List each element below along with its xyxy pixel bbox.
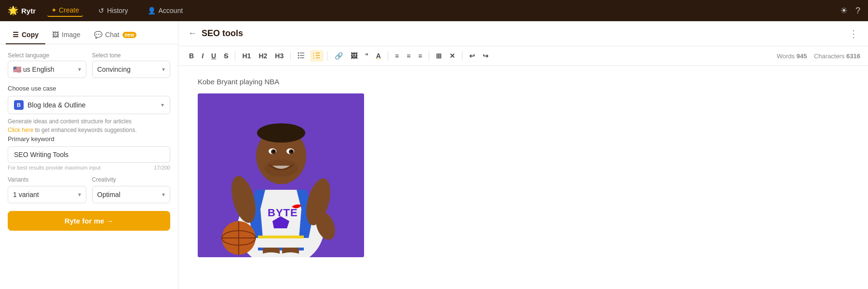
creativity-label: Creativity <box>92 176 171 183</box>
creativity-value: Optimal <box>97 191 121 198</box>
language-tone-row: Select language 🇺🇸 us English ▾ Select t… <box>8 52 170 78</box>
logo-text: Rytr <box>21 7 36 15</box>
toolbar-divider-1 <box>235 51 235 61</box>
tab-copy[interactable]: ☰ Copy <box>6 26 45 44</box>
quote-icon: " <box>365 52 368 60</box>
clear-format-icon: ✕ <box>449 52 455 60</box>
header-left: ← SEO tools <box>188 28 243 39</box>
nav-account[interactable]: 👤 Account <box>144 5 187 16</box>
tone-value: Convincing <box>97 66 131 73</box>
variants-creativity-row: Variants 1 variant ▾ Creativity Optimal … <box>8 176 170 203</box>
creativity-group: Creativity Optimal ▾ <box>92 176 171 203</box>
h3-icon: H3 <box>275 52 284 60</box>
keyword-section: Primary keyword For best results provide… <box>8 135 170 171</box>
bold-button[interactable]: B <box>186 51 197 61</box>
italic-button[interactable]: I <box>199 51 206 61</box>
align-center-button[interactable]: ≡ <box>404 51 413 61</box>
image-toolbar-icon: 🖼 <box>351 52 357 60</box>
top-navigation: 🌟 Rytr ✦ Create ↺ History 👤 Account ☀ ? <box>0 0 868 21</box>
logo[interactable]: 🌟 Rytr <box>8 5 36 16</box>
keyword-label: Primary keyword <box>8 135 170 143</box>
sidebar-tabs: ☰ Copy 🖼 Image 💬 Chat new <box>0 21 178 44</box>
sidebar-content: Select language 🇺🇸 us English ▾ Select t… <box>0 44 178 289</box>
ol-icon: 1.2.3. <box>313 53 321 60</box>
strikethrough-icon: S <box>224 52 228 60</box>
quote-button[interactable]: " <box>362 51 371 61</box>
link-button[interactable]: 🔗 <box>332 51 346 61</box>
variants-label: Variants <box>8 176 86 183</box>
variants-select[interactable]: 1 variant ▾ <box>8 186 86 203</box>
language-group: Select language 🇺🇸 us English ▾ <box>8 52 86 78</box>
ryte-button[interactable]: Ryte for me → <box>8 211 170 231</box>
svg-point-37 <box>264 159 298 177</box>
svg-point-3 <box>298 55 299 56</box>
use-case-value: Blog Idea & Outline <box>27 101 86 109</box>
use-case-select[interactable]: B Blog Idea & Outline ▾ <box>8 96 170 114</box>
create-label: ✦ Create <box>51 6 79 14</box>
ol-button[interactable]: 1.2.3. <box>310 50 324 62</box>
underline-button[interactable]: U <box>208 51 219 61</box>
undo-button[interactable]: ↩ <box>466 51 478 61</box>
editor-area[interactable]: Kobe Bryant playing NBA BYTE <box>178 66 868 289</box>
use-case-section: Choose use case B Blog Idea & Outline ▾ … <box>8 85 170 133</box>
word-count: Words 945 Characters 6316 <box>777 53 860 60</box>
use-case-click-hint: Click here to get enhanced keywords sugg… <box>8 127 170 133</box>
svg-point-35 <box>273 150 275 152</box>
nav-history[interactable]: ↺ History <box>95 5 132 16</box>
nav-right-controls: ☀ ? <box>840 5 860 16</box>
image-label: Image <box>62 31 81 39</box>
variants-chevron-icon: ▾ <box>78 191 81 198</box>
click-suffix: to get enhanced keywords suggestions. <box>35 127 137 133</box>
back-button[interactable]: ← <box>188 28 197 39</box>
align-right-button[interactable]: ≡ <box>415 51 425 61</box>
redo-button[interactable]: ↪ <box>480 51 491 61</box>
link-icon: 🔗 <box>335 52 343 60</box>
h3-button[interactable]: H3 <box>272 51 286 61</box>
chat-label: Chat <box>105 31 120 39</box>
redo-icon: ↪ <box>483 52 488 60</box>
sun-icon[interactable]: ☀ <box>840 5 848 16</box>
table-button[interactable]: ⊞ <box>433 51 445 61</box>
history-label: History <box>107 7 128 14</box>
highlight-button[interactable]: A <box>373 51 384 61</box>
words-label: Words <box>777 53 795 60</box>
basketball-image: BYTE <box>198 93 364 257</box>
use-case-left: B Blog Idea & Outline <box>14 100 86 110</box>
nav-create[interactable]: ✦ Create <box>47 4 83 17</box>
h2-button[interactable]: H2 <box>256 51 270 61</box>
ul-button[interactable] <box>295 50 308 62</box>
creativity-select[interactable]: Optimal ▾ <box>92 186 171 203</box>
more-options-icon[interactable]: ⋮ <box>849 28 858 39</box>
page-title: SEO tools <box>202 28 243 39</box>
language-chevron-icon: ▾ <box>78 66 81 73</box>
align-left-icon: ≡ <box>395 52 399 60</box>
help-icon[interactable]: ? <box>855 6 860 16</box>
keyword-input[interactable] <box>8 146 170 163</box>
tone-select[interactable]: Convincing ▾ <box>92 61 171 78</box>
language-select[interactable]: 🇺🇸 us English ▾ <box>8 61 86 78</box>
use-case-icon: B <box>14 100 24 110</box>
italic-icon: I <box>202 52 203 60</box>
language-value: 🇺🇸 us English <box>13 66 54 73</box>
tone-group: Select tone Convincing ▾ <box>92 52 171 78</box>
align-left-button[interactable]: ≡ <box>392 51 402 61</box>
chat-badge: new <box>122 32 136 38</box>
h1-button[interactable]: H1 <box>239 51 254 61</box>
svg-text:BYTE: BYTE <box>268 207 298 219</box>
strikethrough-button[interactable]: S <box>221 51 231 61</box>
keyword-hint-text: For best results provide maximum input <box>8 165 101 171</box>
creativity-chevron-icon: ▾ <box>162 191 165 198</box>
tab-image[interactable]: 🖼 Image <box>45 26 87 44</box>
content-header: ← SEO tools ⋮ <box>178 21 868 46</box>
toolbar-divider-4 <box>388 51 388 61</box>
image-button[interactable]: 🖼 <box>348 51 360 61</box>
toolbar-divider-2 <box>290 51 291 61</box>
clear-format-button[interactable]: ✕ <box>447 51 458 61</box>
logo-icon: 🌟 <box>8 5 18 16</box>
editor-toolbar: B I U S H1 H2 H3 1.2.3. 🔗 🖼 " <box>178 46 868 66</box>
click-here-link[interactable]: Click here <box>8 127 33 133</box>
tab-chat[interactable]: 💬 Chat new <box>87 26 143 44</box>
svg-point-36 <box>291 150 293 152</box>
svg-point-1 <box>298 53 299 54</box>
words-count: 945 <box>797 53 807 60</box>
